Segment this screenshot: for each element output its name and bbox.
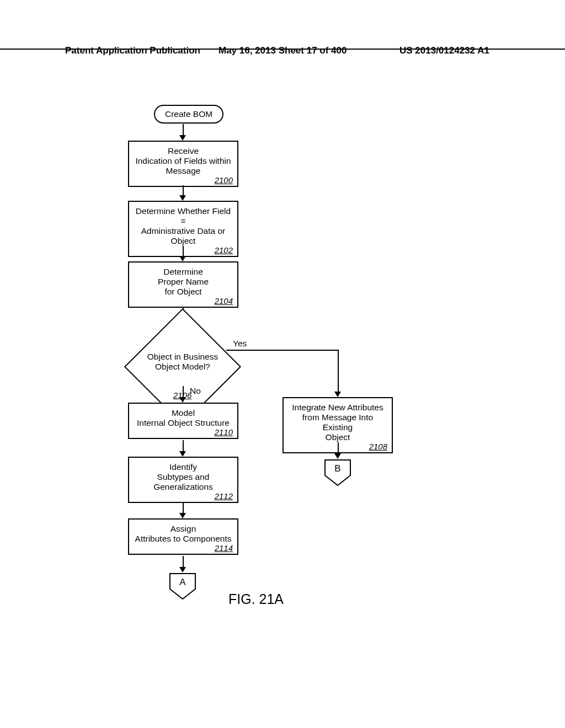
arrowhead-icon: [334, 392, 341, 397]
step-2110: Model Internal Object Structure 2110: [128, 403, 238, 439]
arrowhead-icon: [179, 513, 186, 518]
step-text: Determine Whether Field = Administrative…: [135, 206, 232, 246]
arrowhead-icon: [179, 256, 186, 261]
step-2100: Receive Indication of Fields within Mess…: [128, 141, 238, 187]
edge: [183, 185, 184, 196]
page-header: Patent Application Publication May 16, 2…: [0, 45, 565, 50]
edge-label-yes: Yes: [232, 339, 248, 349]
edge-yes-v: [338, 350, 339, 393]
edge-yes-h: [226, 350, 339, 351]
step-ref: 2110: [215, 427, 233, 437]
edge: [183, 124, 184, 136]
arrowhead-icon: [334, 453, 341, 459]
offpage-connector-b: B: [324, 459, 351, 486]
step-text: Integrate New Attributes from Message In…: [289, 403, 386, 442]
publication-type: Patent Application Publication: [65, 45, 200, 56]
terminator-label: Create BOM: [154, 105, 223, 124]
step-2112: Identify Subtypes and Generalizations 21…: [128, 457, 238, 503]
terminator-create-bom: Create BOM: [154, 105, 223, 124]
edge: [183, 246, 184, 257]
flowchart-canvas: Create BOM Receive Indication of Fields …: [0, 66, 565, 717]
arrowhead-icon: [179, 567, 186, 572]
step-text: Model Internal Object Structure: [135, 408, 232, 428]
decision-text: Object in Business Object Model?: [136, 352, 230, 372]
step-text: Identify Subtypes and Generalizations: [135, 462, 232, 492]
step-ref: 2102: [215, 245, 233, 255]
step-text: Determine Proper Name for Object: [135, 267, 232, 297]
edge: [183, 440, 184, 452]
step-ref: 2108: [369, 442, 387, 451]
step-2104: Determine Proper Name for Object 2104: [128, 261, 238, 308]
offpage-connector-a: A: [169, 572, 196, 600]
step-text: Receive Indication of Fields within Mess…: [135, 146, 232, 176]
date-sheet: May 16, 2013 Sheet 17 of 400: [218, 45, 347, 56]
step-ref: 2100: [215, 175, 233, 185]
figure-caption: FIG. 21A: [228, 591, 284, 607]
decision-ref: 2106: [173, 390, 191, 400]
step-ref: 2112: [215, 491, 233, 501]
edge: [183, 556, 184, 568]
step-2114: Assign Attributes to Components 2114: [128, 518, 238, 555]
arrowhead-icon: [179, 135, 186, 141]
offpage-label: A: [169, 577, 196, 588]
offpage-label: B: [324, 463, 351, 474]
edge: [338, 442, 339, 454]
arrowhead-icon: [179, 195, 186, 201]
step-ref: 2114: [215, 543, 233, 553]
decision-2106: Object in Business Object Model? 2106: [141, 325, 224, 408]
arrowhead-icon: [179, 451, 186, 457]
step-ref: 2104: [215, 296, 233, 306]
pub-number: US 2013/0124232 A1: [399, 45, 489, 56]
step-text: Assign Attributes to Components: [135, 524, 232, 544]
edge: [183, 502, 184, 514]
